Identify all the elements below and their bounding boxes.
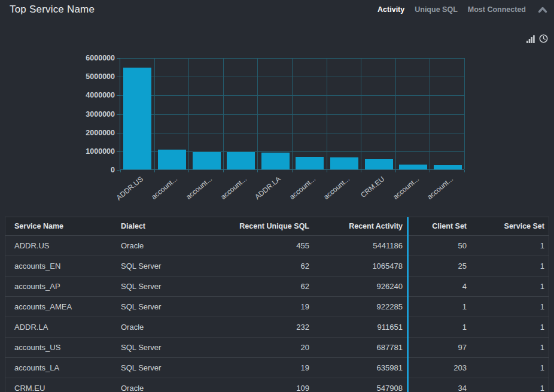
gridline-v <box>292 58 293 169</box>
cell-dialect: Oracle <box>112 241 230 250</box>
y-axis-label: 3000000 <box>64 110 115 118</box>
cell-client-set: 1 <box>407 323 471 332</box>
gridline-v <box>430 58 430 169</box>
x-axis-label: account... <box>184 175 214 201</box>
header-service-name[interactable]: Service Name <box>5 222 112 230</box>
x-axis-tick <box>361 170 361 172</box>
table-row[interactable]: accounts_ENSQL Server621065478251 <box>5 256 549 276</box>
cell-service-set: 1 <box>471 343 549 352</box>
cell-service-set: 1 <box>471 302 549 311</box>
gridline-v <box>361 58 361 169</box>
cell-client-set: 4 <box>407 282 471 291</box>
cell-service-name: accounts_AMEA <box>5 302 112 311</box>
cell-recent-activity: 1065478 <box>313 262 407 271</box>
header-service-set[interactable]: Service Set <box>471 222 549 230</box>
cell-service-name: CRM.EU <box>5 384 112 392</box>
cell-service-set: 1 <box>471 323 549 332</box>
bar-account-2[interactable] <box>193 152 221 169</box>
table-row[interactable]: ADDR.USOracle4555441186501 <box>5 235 549 256</box>
x-axis-label: ADDR.LA <box>253 175 282 201</box>
gridline-v <box>327 58 327 169</box>
gridline-v <box>188 58 189 169</box>
cell-dialect: SQL Server <box>112 282 230 291</box>
x-axis-tick <box>430 170 430 172</box>
x-axis-tick <box>464 170 465 172</box>
cell-recent-unique-sql: 19 <box>230 363 313 372</box>
cell-client-set: 50 <box>407 241 471 250</box>
table-row[interactable]: CRM.EUOracle109547908341 <box>5 378 549 392</box>
header-recent-activity[interactable]: Recent Activity <box>313 222 407 230</box>
table-row[interactable]: accounts_APSQL Server6292624041 <box>5 276 549 296</box>
y-axis-tick <box>117 95 120 96</box>
x-axis-label: account... <box>219 175 248 201</box>
cell-dialect: Oracle <box>112 384 230 392</box>
x-axis-tick <box>292 170 293 172</box>
cell-client-set: 34 <box>407 384 471 392</box>
cell-dialect: Oracle <box>112 323 230 332</box>
x-axis-label: account... <box>391 175 421 201</box>
table-row[interactable]: accounts_USSQL Server20687781971 <box>5 337 549 357</box>
service-table: Service NameDialectRecent Unique SQLRece… <box>5 217 549 392</box>
cell-dialect: SQL Server <box>112 363 230 372</box>
gridline-v <box>395 58 396 169</box>
gridline-v <box>257 58 258 169</box>
cell-service-set: 1 <box>471 363 549 372</box>
cell-recent-activity: 911651 <box>313 323 407 332</box>
cell-recent-activity: 547908 <box>313 384 407 392</box>
cell-recent-activity: 635981 <box>313 363 407 372</box>
cell-dialect: SQL Server <box>112 302 230 311</box>
bar-crmeu-7[interactable] <box>365 159 393 169</box>
y-axis-tick <box>117 151 120 152</box>
table-row[interactable]: accounts_AMEASQL Server1992228511 <box>5 296 549 317</box>
header-dialect[interactable]: Dialect <box>112 222 230 230</box>
bar-account-6[interactable] <box>330 157 358 169</box>
table-row[interactable]: accounts_LASQL Server196359812031 <box>5 357 549 378</box>
cell-recent-unique-sql: 62 <box>230 262 313 271</box>
cell-recent-unique-sql: 232 <box>230 323 313 332</box>
y-axis-label: 5000000 <box>64 72 115 81</box>
y-axis-tick <box>117 170 120 171</box>
bar-account-9[interactable] <box>434 165 462 169</box>
x-axis-tick <box>327 170 327 172</box>
table-body: ADDR.USOracle4555441186501accounts_ENSQL… <box>5 235 549 392</box>
cell-recent-activity: 687781 <box>313 343 407 352</box>
cell-recent-activity: 5441186 <box>313 241 407 250</box>
y-axis-label: 4000000 <box>64 91 115 99</box>
y-axis-tick <box>117 58 120 59</box>
cell-service-name: ADDR.US <box>5 241 112 250</box>
x-axis-label: account... <box>425 175 455 201</box>
bar-addrus-0[interactable] <box>123 68 151 169</box>
y-axis-tick <box>117 77 120 77</box>
bar-account-5[interactable] <box>296 157 324 169</box>
cell-recent-activity: 926240 <box>313 282 407 291</box>
cell-dialect: SQL Server <box>112 262 230 271</box>
bar-account-1[interactable] <box>158 150 186 169</box>
cell-client-set: 203 <box>407 363 471 372</box>
cell-service-name: ADDR.LA <box>5 323 112 332</box>
cell-recent-unique-sql: 62 <box>230 282 313 291</box>
x-axis-tick <box>223 170 224 172</box>
cell-service-set: 1 <box>471 384 549 392</box>
table-row[interactable]: ADDR.LAOracle23291165111 <box>5 317 549 337</box>
y-axis-label: 6000000 <box>64 54 115 62</box>
cell-recent-unique-sql: 19 <box>230 302 313 311</box>
cell-recent-activity: 922285 <box>313 302 407 311</box>
header-recent-unique-sql[interactable]: Recent Unique SQL <box>230 222 313 230</box>
y-axis-label: 1000000 <box>64 147 115 156</box>
cell-recent-unique-sql: 20 <box>230 343 313 352</box>
cell-service-name: accounts_LA <box>5 363 112 372</box>
bar-addrla-4[interactable] <box>261 153 290 169</box>
gridline-v <box>223 58 224 169</box>
cell-client-set: 1 <box>407 302 471 311</box>
x-axis-tick <box>120 170 121 172</box>
bar-account-8[interactable] <box>399 165 427 169</box>
bar-account-3[interactable] <box>227 152 255 169</box>
x-axis-label: account... <box>150 175 179 201</box>
gridline-v <box>154 58 155 169</box>
header-client-set[interactable]: Client Set <box>407 222 471 230</box>
cell-client-set: 25 <box>407 262 471 271</box>
y-axis-label: 2000000 <box>64 129 115 137</box>
column-divider[interactable] <box>407 217 409 392</box>
cell-recent-unique-sql: 109 <box>230 384 313 392</box>
cell-dialect: SQL Server <box>112 343 230 352</box>
